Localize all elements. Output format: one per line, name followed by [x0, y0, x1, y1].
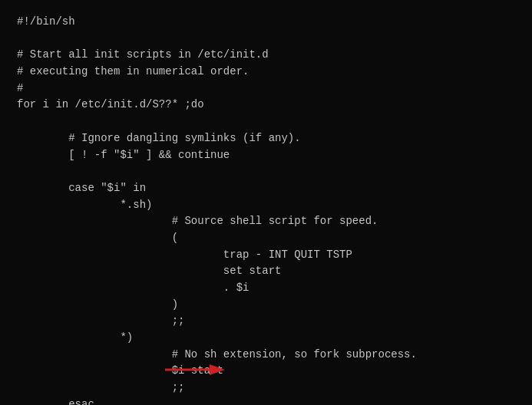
code-line: [17, 163, 515, 180]
code-line: [ ! -f "$i" ] && continue: [17, 147, 515, 164]
code-line: *): [17, 330, 515, 347]
code-line: ): [17, 297, 515, 314]
code-line: ;;: [17, 313, 515, 330]
code-line: #!/bin/sh: [17, 14, 515, 31]
code-line: # executing them in numerical order.: [17, 64, 515, 81]
code-line: set start: [17, 263, 515, 280]
code-line: esac: [17, 397, 515, 405]
svg-marker-1: [210, 364, 225, 375]
terminal-window: #!/bin/sh # Start all init scripts in /e…: [0, 0, 532, 405]
code-line: [17, 114, 515, 130]
code-line: # No sh extension, so fork subprocess.: [17, 347, 515, 364]
code-line: for i in /etc/init.d/S??* ;do: [17, 97, 515, 114]
code-line: $i start: [17, 363, 515, 380]
code-block: #!/bin/sh # Start all init scripts in /e…: [17, 14, 515, 405]
code-line: case "$i" in: [17, 180, 515, 197]
arrow-indicator: [165, 362, 226, 377]
code-line: (: [17, 230, 515, 247]
code-line: # Start all init scripts in /etc/init.d: [17, 47, 515, 64]
code-line: ;;: [17, 380, 515, 397]
code-line: # Source shell script for speed.: [17, 213, 515, 230]
code-line: # Ignore dangling symlinks (if any).: [17, 130, 515, 147]
code-line: trap - INT QUIT TSTP: [17, 247, 515, 264]
code-line: . $i: [17, 280, 515, 297]
code-line: #: [17, 81, 515, 97]
code-line: *.sh): [17, 197, 515, 214]
code-line: [17, 31, 515, 48]
